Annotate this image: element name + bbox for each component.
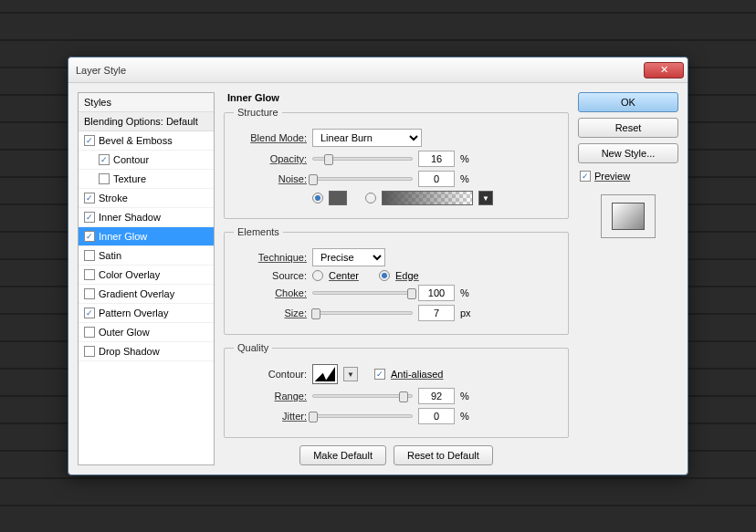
choke-slider[interactable] [312,291,413,295]
style-checkbox[interactable] [84,193,95,203]
elements-legend: Elements [234,226,283,237]
style-item-drop-shadow[interactable]: Drop Shadow [79,342,214,361]
close-icon: ✕ [660,64,668,76]
style-item-inner-glow[interactable]: Inner Glow [79,227,214,246]
style-item-inner-shadow[interactable]: Inner Shadow [79,208,214,227]
style-item-label: Inner Glow [99,231,147,242]
style-item-label: Bevel & Emboss [99,135,173,146]
reset-default-button[interactable]: Reset to Default [394,445,493,465]
preview-thumbnail [601,194,656,238]
reset-button[interactable]: Reset [578,118,678,138]
style-checkbox[interactable] [84,269,95,280]
contour-label: Contour: [234,369,307,380]
source-edge-radio[interactable] [379,270,390,281]
size-slider[interactable] [312,311,413,315]
style-item-outer-glow[interactable]: Outer Glow [79,323,214,342]
style-item-label: Outer Glow [99,327,150,338]
main-panel: Inner Glow Structure Blend Mode: Linear … [224,92,569,465]
style-checkbox[interactable] [84,212,95,223]
jitter-slider[interactable] [312,414,413,418]
style-checkbox[interactable] [84,231,95,242]
style-item-stroke[interactable]: Stroke [79,189,214,208]
style-item-pattern-overlay[interactable]: Pattern Overlay [79,304,214,323]
source-label: Source: [234,270,307,281]
blending-options[interactable]: Blending Options: Default [79,112,214,131]
preview-label[interactable]: Preview [594,171,630,182]
choke-input[interactable] [418,285,455,301]
preview-checkbox[interactable] [580,171,591,182]
style-item-gradient-overlay[interactable]: Gradient Overlay [79,285,214,304]
contour-dropdown-icon[interactable]: ▼ [343,367,358,381]
range-input[interactable] [418,388,455,404]
gradient-dropdown-icon[interactable]: ▼ [478,191,493,205]
style-checkbox[interactable] [99,173,110,184]
noise-input[interactable] [418,171,455,187]
range-label: Range: [234,391,307,402]
style-item-label: Contour [113,154,149,165]
contour-picker[interactable] [312,364,338,384]
jitter-unit: % [460,411,475,422]
style-item-label: Pattern Overlay [99,308,168,318]
anti-aliased-label[interactable]: Anti-aliased [391,369,443,380]
style-item-color-overlay[interactable]: Color Overlay [79,266,214,285]
style-checkbox[interactable] [84,308,95,318]
jitter-label: Jitter: [234,411,307,422]
close-button[interactable]: ✕ [644,62,684,78]
size-unit: px [460,308,475,318]
styles-sidebar: Styles Blending Options: Default Bevel &… [78,92,215,465]
choke-unit: % [460,287,475,298]
style-checkbox[interactable] [84,346,95,357]
color-radio[interactable] [312,193,323,203]
style-checkbox[interactable] [84,135,95,146]
gradient-picker[interactable] [382,191,473,205]
jitter-input[interactable] [418,408,455,424]
style-checkbox[interactable] [84,288,95,299]
layer-style-dialog: Layer Style ✕ Styles Blending Options: D… [68,57,688,475]
opacity-label: Opacity: [234,153,307,164]
new-style-button[interactable]: New Style... [578,143,678,163]
source-center-radio[interactable] [312,270,323,281]
style-item-label: Texture [113,173,146,184]
style-item-satin[interactable]: Satin [79,246,214,266]
quality-group: Quality Contour: ▼ Anti-aliased Range: % [224,342,569,438]
style-item-bevel-emboss[interactable]: Bevel & Emboss [79,131,214,151]
style-item-texture[interactable]: Texture [79,170,214,189]
sidebar-header[interactable]: Styles [79,93,214,112]
style-item-label: Gradient Overlay [99,288,174,299]
range-slider[interactable] [312,394,413,398]
opacity-unit: % [460,153,475,164]
opacity-input[interactable] [418,151,455,167]
style-item-label: Inner Shadow [99,212,161,223]
style-item-label: Drop Shadow [99,346,160,357]
opacity-slider[interactable] [312,157,413,161]
panel-title: Inner Glow [224,92,569,103]
source-edge-label[interactable]: Edge [395,270,419,281]
titlebar[interactable]: Layer Style ✕ [68,57,688,83]
noise-label: Noise: [234,173,307,184]
elements-group: Elements Technique: Precise Source: Cent… [224,226,569,335]
style-checkbox[interactable] [84,250,95,261]
make-default-button[interactable]: Make Default [299,445,386,465]
technique-select[interactable]: Precise [312,248,385,266]
style-checkbox[interactable] [84,327,95,338]
quality-legend: Quality [234,342,272,353]
structure-group: Structure Blend Mode: Linear Burn Opacit… [224,107,569,219]
right-panel: OK Reset New Style... Preview [578,92,678,465]
style-checkbox[interactable] [99,154,110,165]
gradient-radio[interactable] [365,193,376,203]
size-input[interactable] [418,305,455,321]
range-unit: % [460,391,475,402]
style-item-contour[interactable]: Contour [79,151,214,170]
anti-aliased-checkbox[interactable] [374,369,385,380]
structure-legend: Structure [234,107,282,118]
noise-slider[interactable] [312,177,413,181]
noise-unit: % [460,173,475,184]
style-item-label: Color Overlay [99,269,160,280]
style-item-label: Stroke [99,193,128,203]
blend-mode-select[interactable]: Linear Burn [312,129,422,147]
source-center-label[interactable]: Center [329,270,359,281]
ok-button[interactable]: OK [578,92,678,112]
choke-label: Choke: [234,287,307,298]
technique-label: Technique: [234,252,307,263]
color-swatch[interactable] [329,191,347,205]
